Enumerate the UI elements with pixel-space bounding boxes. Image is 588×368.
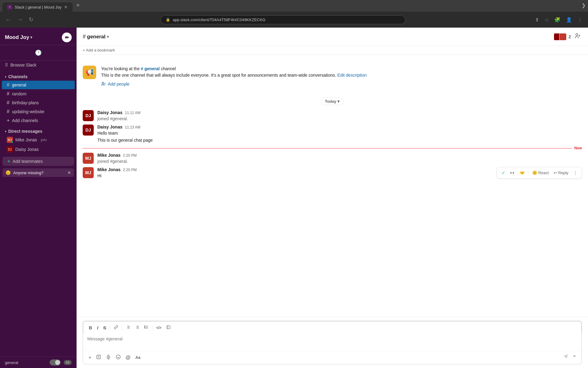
bold-button[interactable]: B [87,324,94,332]
reply-button[interactable]: ↩ Reply [552,169,570,176]
anyone-missing-close[interactable]: ✕ [67,170,71,175]
extensions-button[interactable]: 🧩 [552,16,562,24]
tab-expand: ❯ [582,2,586,8]
mention-button[interactable]: @ [124,354,132,362]
anyone-missing-label: Anyone missing? [13,171,43,175]
sidebar-item-updating-website[interactable]: # updating-website [2,107,75,116]
channel-label-birthday: birthday-plans [12,100,70,105]
browse-slack-label: Browse Slack [10,63,36,67]
toolbar-sep-3 [152,325,153,331]
format-button[interactable]: Aa [134,354,142,361]
add-channels-button[interactable]: + Add channels [2,116,75,125]
sidebar-toggle[interactable] [50,359,61,366]
compose-button[interactable]: ✏ [62,33,72,42]
channels-section-header[interactable]: ▾ Channels [0,73,77,80]
header-member-avatars[interactable]: 2 [554,33,571,40]
toolbar-sep-2 [122,325,122,331]
message-time-1: 11:11 AM [125,111,141,115]
message-header-2: Daisy Jonas 11:13 AM [97,125,582,129]
more-actions-button[interactable]: ⋮ [571,169,579,176]
message-author-mike-1[interactable]: Mike Jonas [97,153,120,158]
tab-close[interactable]: ✕ [64,5,68,10]
numbered-list-button[interactable]: 123 [142,324,150,332]
react-label: React [538,171,549,175]
message-author-daisy-1[interactable]: Daisy Jonas [97,110,123,115]
channel-label-updating: updating-website [12,109,70,114]
add-people-button[interactable]: Add people [101,82,582,86]
header-add-people-button[interactable] [573,32,582,42]
reload-button[interactable]: ↻ [27,15,35,24]
block-button[interactable] [164,324,172,332]
new-divider-line [83,148,572,148]
dm-avatar-daisy: DJ [7,146,13,152]
add-teammates-button[interactable]: + Add teammates [2,157,74,166]
react-button[interactable]: 🙂 React [530,169,551,176]
add-bookmark-button[interactable]: + Add a bookmark [83,48,582,52]
messages-area[interactable]: 📢 You're looking at the # general channe… [77,55,588,317]
footer-channel-label: general [5,360,18,365]
workspace-name[interactable]: Mood Joy ▾ [5,34,32,40]
header-member-count: 2 [568,34,571,39]
message-input[interactable] [83,333,582,349]
menu-button[interactable]: ⋮ [576,16,584,24]
browse-slack-item[interactable]: ⠿ Browse Slack [0,61,77,69]
history-icon: 🕐 [35,50,42,56]
channel-name-text: general [87,34,105,40]
dm-item-mike[interactable]: MJ Mike Jonas you [2,135,75,144]
expand-button[interactable]: ⌃ [571,353,578,362]
unordered-list-button[interactable] [133,324,141,332]
message-content-1: Daisy Jonas 11:11 AM joined #general. [97,110,582,122]
code-button[interactable]: </> [154,324,163,331]
add-button[interactable]: + [87,354,93,362]
attach-button[interactable] [94,353,103,362]
message-header-3: Mike Jonas 2:20 PM [97,153,582,158]
italic-button[interactable]: I [95,324,100,332]
emoji-button[interactable] [114,353,123,362]
strikethrough-button[interactable]: S [101,324,108,332]
channel-link[interactable]: # general [141,66,160,71]
today-badge[interactable]: Today ▾ [321,98,344,105]
message-header-1: Daisy Jonas 11:11 AM [97,110,582,115]
new-tab-button[interactable]: + [74,2,82,9]
dots-button[interactable]: •• [508,169,517,177]
banner-text-suffix: channel [161,66,176,71]
back-button[interactable]: ← [4,15,13,24]
banner-text-prefix: You're looking at the [101,66,140,71]
share-button[interactable]: ⬆ [533,16,541,24]
profile-button[interactable]: 👤 [564,16,574,24]
new-label: New [574,146,582,150]
direct-messages-section: ▾ Direct messages MJ Mike Jonas you DJ D… [0,126,77,155]
sidebar-item-birthday-plans[interactable]: # birthday-plans [2,98,75,107]
sidebar-item-general[interactable]: # general [2,81,75,89]
add-teammates-label: Add teammates [13,159,43,164]
add-teammates-icon: + [7,159,10,164]
dm-section-header[interactable]: ▾ Direct messages [0,128,77,135]
workspace-chevron-icon: ▾ [30,35,32,40]
ordered-list-button[interactable] [124,324,132,332]
today-label: Today [325,99,336,104]
sidebar-header: Mood Joy ▾ ✏ [0,28,77,45]
channel-name[interactable]: # general ▾ [83,33,109,40]
link-button[interactable] [112,324,120,332]
browser-tabs: # Slack | general | Mood Joy ✕ + ❯ [0,0,588,12]
tab-favicon: # [7,5,12,10]
send-button[interactable] [562,353,570,362]
edit-description-link[interactable]: Edit description [337,73,367,78]
forward-button[interactable]: → [15,15,24,24]
microphone-button[interactable] [104,353,113,362]
address-bar[interactable]: 🔒 app.slack.com/client/T04A4T58F4H/C049K… [160,15,405,24]
bookmark-button[interactable]: ☆ [543,16,551,24]
toolbar-sep-1 [110,325,110,331]
sidebar-item-random[interactable]: # random [2,90,75,98]
channel-label-general: general [12,82,70,87]
compose-icon: ✏ [65,35,69,40]
dm-name-mike: Mike Jonas [15,137,37,142]
history-button[interactable]: 🕐 [32,48,45,58]
message-author-mike-2[interactable]: Mike Jonas [97,167,120,172]
hands-button[interactable]: 🤝 [518,169,526,176]
dm-item-daisy[interactable]: DJ Daisy Jonas [2,145,75,154]
checkmark-button[interactable]: ✓ [499,169,507,177]
message-author-daisy-2[interactable]: Daisy Jonas [97,125,123,129]
active-tab[interactable]: # Slack | general | Mood Joy ✕ [2,2,73,12]
date-divider: Today ▾ [77,94,588,109]
